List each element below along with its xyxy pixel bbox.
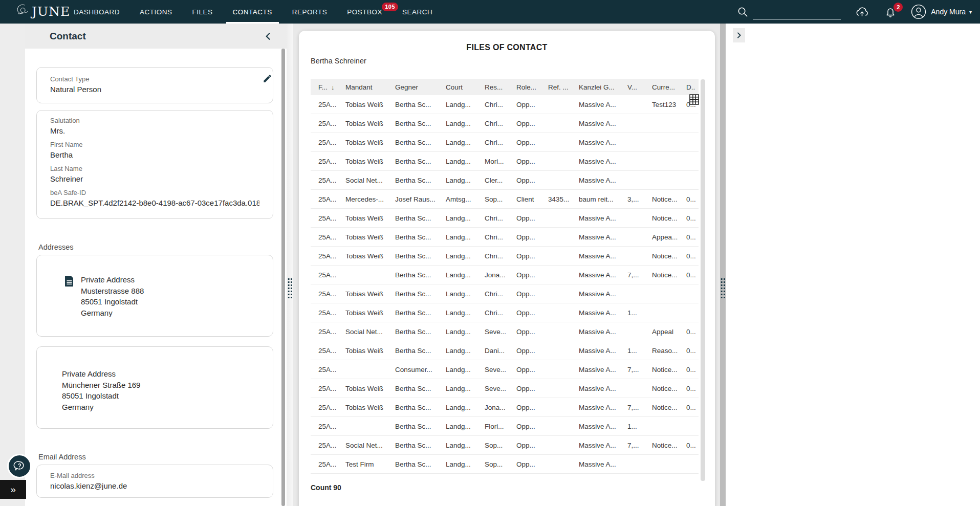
table-cell: Notice... — [644, 404, 679, 411]
table-cell: 0... — [679, 271, 699, 279]
column-header-v[interactable]: V... — [620, 83, 644, 91]
table-cell: Notice... — [644, 271, 679, 279]
table-cell: Landg... — [438, 214, 477, 222]
contact-field: Last NameSchreiner — [50, 164, 259, 184]
table-row[interactable]: 25A...Tobias WeißBertha Sc...Landg...Chr… — [311, 114, 699, 133]
right-splitter-handle[interactable] — [720, 24, 726, 506]
table-cell: 0... — [679, 328, 699, 336]
global-search-input[interactable] — [753, 20, 841, 28]
logo-text: JUNE — [32, 4, 70, 19]
table-row[interactable]: 25A...Tobias WeißBertha Sc...Landg...Chr… — [311, 95, 699, 114]
address-line: Musterstrasse 888 — [81, 285, 144, 297]
table-cell: Landg... — [438, 442, 477, 449]
open-right-panel-button[interactable] — [733, 28, 745, 42]
column-header-d[interactable]: D.. — [679, 83, 699, 91]
left-splitter-handle[interactable] — [287, 24, 293, 506]
table-cell: Tobias Weiß — [338, 252, 387, 260]
table-cell: Bertha Sc... — [387, 233, 438, 241]
contact-panel-title: Contact — [50, 31, 263, 42]
table-cell: Tobias Weiß — [338, 214, 387, 222]
table-row[interactable]: 25A...Tobias WeißBertha Sc...Landg...Chr… — [311, 228, 699, 247]
nav-item-postbox[interactable]: POSTBOX105 — [340, 0, 389, 24]
table-cell: Massive A... — [571, 139, 620, 146]
table-cell: 25A... — [311, 252, 338, 260]
table-cell: Social Net... — [338, 328, 387, 336]
upload-button[interactable] — [855, 6, 869, 18]
column-label: Curre... — [652, 83, 675, 91]
nav-item-label: POSTBOX — [347, 8, 382, 16]
column-header-court[interactable]: Court — [438, 83, 477, 91]
table-row[interactable]: 25A...Bertha Sc...Landg...Jona...Opp...M… — [311, 266, 699, 284]
column-header-ref[interactable]: Ref. ... — [540, 83, 571, 91]
table-row[interactable]: 25A...Tobias WeißBertha Sc...Landg...Jon… — [311, 398, 699, 417]
help-chat-button[interactable] — [7, 454, 32, 478]
app-logo[interactable]: JUNE — [15, 3, 70, 20]
table-view-button[interactable] — [689, 94, 699, 107]
column-header-role[interactable]: Role... — [509, 83, 540, 91]
nav-item-search[interactable]: SEARCH — [396, 0, 439, 24]
table-row[interactable]: 25A...Social Net...Bertha Sc...Landg...S… — [311, 322, 699, 341]
user-menu[interactable]: Andy Mura ▾ — [911, 4, 972, 19]
addresses-list: Private AddressMusterstrasse 88885051 In… — [36, 255, 273, 429]
table-row[interactable]: 25A...Tobias WeißBertha Sc...Landg...Dan… — [311, 341, 699, 360]
contact-type-card: Contact Type Natural Person — [36, 67, 273, 103]
table-cell: Flori... — [477, 423, 509, 430]
nav-item-actions[interactable]: ACTIONS — [133, 0, 179, 24]
nav-item-label: CONTACTS — [233, 8, 272, 16]
column-label: V... — [627, 83, 637, 91]
table-cell: Opp... — [509, 252, 540, 260]
table-row[interactable]: 25A...Tobias WeißBertha Sc...Landg...Chr… — [311, 303, 699, 322]
table-row[interactable]: 25A...Bertha Sc...Landg...Flori...Opp...… — [311, 417, 699, 436]
table-row[interactable]: 25A...Social Net...Bertha Sc...Landg...C… — [311, 171, 699, 190]
column-header-gegner[interactable]: Gegner — [387, 83, 438, 91]
edit-contact-button[interactable] — [263, 74, 272, 85]
nav-item-dashboard[interactable]: DASHBOARD — [67, 0, 126, 24]
collapse-panel-button[interactable] — [263, 31, 273, 41]
table-cell: Bertha Sc... — [387, 101, 438, 108]
files-table-scrollbar[interactable] — [701, 79, 705, 481]
table-cell: Bertha Sc... — [387, 404, 438, 411]
table-cell: Tobias Weiß — [338, 120, 387, 127]
table-row[interactable]: 25A...Tobias WeißBertha Sc...Landg...Chr… — [311, 284, 699, 303]
table-row[interactable]: 25A...Consumer...Landg...Seve...Opp...Ma… — [311, 360, 699, 379]
column-header-f[interactable]: F...↓ — [311, 83, 338, 91]
table-cell: 25A... — [311, 309, 338, 317]
contact-detail-panel: Contact Contact Type Natural Person Salu… — [25, 24, 287, 506]
column-header-res[interactable]: Res... — [477, 83, 509, 91]
table-row[interactable]: 25A...Social Net...Bertha Sc...Landg...S… — [311, 436, 699, 455]
table-row[interactable]: 25A...Tobias WeißBertha Sc...Landg...Chr… — [311, 209, 699, 228]
nav-item-files[interactable]: FILES — [186, 0, 220, 24]
table-cell: 25A... — [311, 347, 338, 355]
table-cell: Amtsg... — [438, 195, 477, 203]
table-row[interactable]: 25A...Test FirmBertha Sc...Landg...Sop..… — [311, 455, 699, 474]
table-cell: Tobias Weiß — [338, 290, 387, 298]
nav-item-reports[interactable]: REPORTS — [286, 0, 334, 24]
contact-panel-scrollbar[interactable] — [281, 49, 285, 506]
notifications-button[interactable]: 2 — [884, 6, 897, 18]
table-row[interactable]: 25A...Tobias WeißBertha Sc...Landg...Chr… — [311, 247, 699, 266]
table-cell: 25A... — [311, 385, 338, 392]
global-search-field[interactable] — [753, 19, 841, 20]
table-cell: Opp... — [509, 233, 540, 241]
table-cell: Massive A... — [571, 101, 620, 108]
column-header-kanzleig[interactable]: Kanzlei G... — [571, 83, 620, 91]
table-cell: Massive A... — [571, 120, 620, 127]
table-row[interactable]: 25A...Mercedes-...Josef Raus...Amtsg...S… — [311, 190, 699, 209]
table-row[interactable]: 25A...Tobias WeißBertha Sc...Landg...Sev… — [311, 379, 699, 398]
table-cell: Reaso... — [644, 347, 679, 355]
table-cell: Landg... — [438, 139, 477, 146]
column-header-curre[interactable]: Curre... — [644, 83, 679, 91]
table-cell: Massive A... — [571, 423, 620, 430]
column-header-mandant[interactable]: Mandant — [338, 83, 387, 91]
table-cell: 0... — [679, 385, 699, 392]
expand-sidebar-button[interactable]: » — [0, 480, 26, 499]
table-row[interactable]: 25A...Tobias WeißBertha Sc...Landg...Chr… — [311, 133, 699, 152]
table-row[interactable]: 25A...Tobias WeißBertha Sc...Landg...Mor… — [311, 152, 699, 171]
search-icon[interactable] — [737, 6, 749, 18]
table-cell: Bertha Sc... — [387, 290, 438, 298]
contact-field-label: Last Name — [50, 164, 259, 173]
table-cell: 1... — [620, 423, 644, 430]
column-label: Res... — [485, 83, 503, 91]
nav-item-contacts[interactable]: CONTACTS — [226, 0, 279, 24]
table-cell: Opp... — [509, 290, 540, 298]
